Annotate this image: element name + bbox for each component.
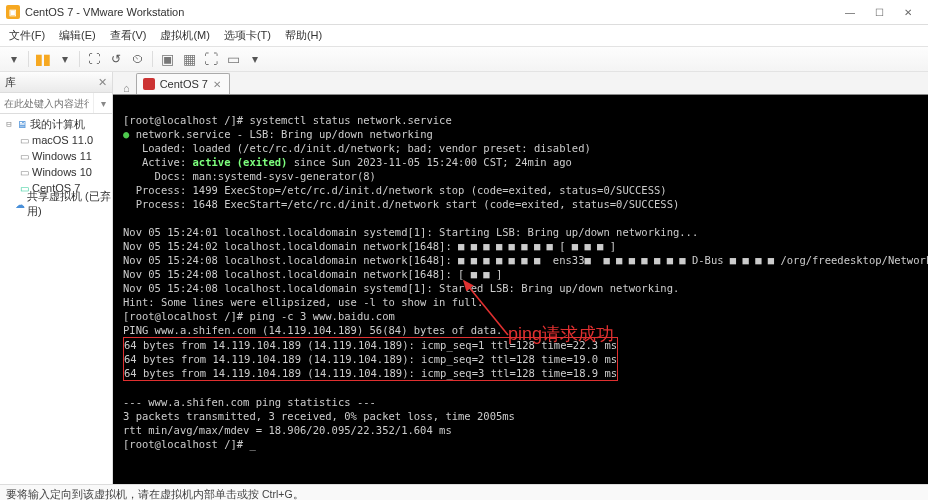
term-line: network.service - LSB: Bring up/down net…: [136, 128, 433, 140]
menu-view[interactable]: 查看(V): [103, 25, 154, 46]
status-text: 要将输入定向到该虚拟机，请在虚拟机内部单击或按 Ctrl+G。: [6, 488, 304, 500]
ping-line-1: 64 bytes from 14.119.104.189 (14.119.104…: [124, 339, 617, 351]
search-dropdown-icon[interactable]: ▾: [93, 93, 112, 113]
minimize-button[interactable]: —: [836, 3, 864, 21]
computer-icon: 🖥: [16, 118, 28, 130]
term-line: Loaded: loaded (/etc/rc.d/init.d/network…: [123, 142, 591, 154]
tree-item-label: Windows 11: [32, 150, 92, 162]
term-line: Nov 05 15:24:02 localhost.localdomain ne…: [123, 240, 616, 252]
tree-shared-label: 共享虚拟机 (已弃用): [27, 189, 112, 219]
vmware-logo-icon: ▣: [6, 5, 20, 19]
sidebar-header: 库 ✕: [0, 72, 112, 93]
body: 库 ✕ ▾ ⊟ 🖥 我的计算机 ▭ macOS 11.0 ▭ Windows 1…: [0, 72, 928, 484]
term-line: Nov 05 15:24:08 localhost.localdomain sy…: [123, 282, 679, 294]
snapshot-icon[interactable]: ⛶: [86, 51, 102, 67]
tab-centos7[interactable]: CentOS 7 ✕: [136, 73, 230, 94]
menu-tabs[interactable]: 选项卡(T): [217, 25, 278, 46]
term-line: since Sun 2023-11-05 15:24:00 CST; 24min…: [287, 156, 571, 168]
term-line: Docs: man:systemd-sysv-generator(8): [123, 170, 376, 182]
tree-item-label: macOS 11.0: [32, 134, 93, 146]
main-area: ⌂ CentOS 7 ✕ [root@localhost /]# systemc…: [113, 72, 928, 484]
ping-line-3: 64 bytes from 14.119.104.189 (14.119.104…: [124, 367, 617, 379]
tree-root[interactable]: ⊟ 🖥 我的计算机: [0, 116, 112, 132]
console-icon[interactable]: ▭: [225, 51, 241, 67]
manage-icon[interactable]: ⏲: [130, 51, 146, 67]
menu-vm[interactable]: 虚拟机(M): [153, 25, 217, 46]
separator: [152, 51, 153, 67]
term-line: Active:: [123, 156, 193, 168]
home-tab[interactable]: ⌂: [117, 82, 136, 94]
term-line: PING www.a.shifen.com (14.119.104.189) 5…: [123, 324, 502, 336]
ping-highlight-box: 64 bytes from 14.119.104.189 (14.119.104…: [123, 337, 618, 381]
unity-icon[interactable]: ▣: [159, 51, 175, 67]
menu-bar: 文件(F) 编辑(E) 查看(V) 虚拟机(M) 选项卡(T) 帮助(H): [0, 25, 928, 46]
fullscreen-icon[interactable]: ⛶: [203, 51, 219, 67]
window-controls: — ☐ ✕: [836, 3, 922, 21]
dropdown-arrow-icon[interactable]: ▾: [57, 51, 73, 67]
tab-label: CentOS 7: [160, 78, 208, 90]
menu-edit[interactable]: 编辑(E): [52, 25, 103, 46]
tab-bar: ⌂ CentOS 7 ✕: [113, 72, 928, 95]
term-line: Process: 1648 ExecStart=/etc/rc.d/init.d…: [123, 198, 679, 210]
tool-bar: ▾ ▮▮ ▾ ⛶ ↺ ⏲ ▣ ▦ ⛶ ▭ ▾: [0, 46, 928, 72]
tree-root-label: 我的计算机: [30, 117, 85, 132]
vm-off-icon: ▭: [18, 134, 30, 146]
status-active: active (exited): [193, 156, 288, 168]
term-line: rtt min/avg/max/mdev = 18.906/20.095/22.…: [123, 424, 452, 436]
bullet-icon: ●: [123, 128, 136, 140]
revert-icon[interactable]: ↺: [108, 51, 124, 67]
term-line: Nov 05 15:24:01 localhost.localdomain sy…: [123, 226, 698, 238]
separator: [28, 51, 29, 67]
term-line: Nov 05 15:24:08 localhost.localdomain ne…: [123, 254, 928, 266]
term-line: [root@localhost /]# _: [123, 438, 256, 450]
menu-help[interactable]: 帮助(H): [278, 25, 329, 46]
status-bar: 要将输入定向到该虚拟机，请在虚拟机内部单击或按 Ctrl+G。: [0, 484, 928, 500]
title-bar: ▣ CentOS 7 - VMware Workstation — ☐ ✕: [0, 0, 928, 25]
window-title: CentOS 7 - VMware Workstation: [25, 6, 184, 18]
search-input[interactable]: [0, 93, 93, 113]
separator: [79, 51, 80, 67]
collapse-icon[interactable]: ⊟: [4, 119, 14, 129]
term-line: [root@localhost /]# ping -c 3 www.baidu.…: [123, 310, 395, 322]
thumbnail-icon[interactable]: ▦: [181, 51, 197, 67]
vm-tab-icon: [143, 78, 155, 90]
menu-file[interactable]: 文件(F): [2, 25, 52, 46]
close-button[interactable]: ✕: [894, 3, 922, 21]
tab-close-icon[interactable]: ✕: [213, 79, 221, 90]
tree-item-macos[interactable]: ▭ macOS 11.0: [0, 132, 112, 148]
term-line: --- www.a.shifen.com ping statistics ---: [123, 396, 376, 408]
shared-icon: ☁: [15, 198, 25, 210]
ping-line-2: 64 bytes from 14.119.104.189 (14.119.104…: [124, 353, 617, 365]
term-line: [root@localhost /]# systemctl status net…: [123, 114, 452, 126]
tree-item-win11[interactable]: ▭ Windows 11: [0, 148, 112, 164]
sidebar-search: ▾: [0, 93, 112, 114]
vm-tree: ⊟ 🖥 我的计算机 ▭ macOS 11.0 ▭ Windows 11 ▭ Wi…: [0, 114, 112, 484]
tree-item-label: Windows 10: [32, 166, 92, 178]
vm-off-icon: ▭: [18, 166, 30, 178]
tree-item-win10[interactable]: ▭ Windows 10: [0, 164, 112, 180]
tree-shared[interactable]: ☁ 共享虚拟机 (已弃用): [0, 196, 112, 212]
sidebar-close-icon[interactable]: ✕: [98, 76, 107, 89]
term-line: Process: 1499 ExecStop=/etc/rc.d/init.d/…: [123, 184, 667, 196]
maximize-button[interactable]: ☐: [865, 3, 893, 21]
pause-button[interactable]: ▮▮: [35, 51, 51, 67]
dropdown-arrow-icon[interactable]: ▾: [6, 51, 22, 67]
term-line: Hint: Some lines were ellipsized, use -l…: [123, 296, 483, 308]
dropdown-arrow-icon[interactable]: ▾: [247, 51, 263, 67]
term-line: 3 packets transmitted, 3 received, 0% pa…: [123, 410, 515, 422]
vm-off-icon: ▭: [18, 150, 30, 162]
term-line: Nov 05 15:24:08 localhost.localdomain ne…: [123, 268, 502, 280]
sidebar-title: 库: [5, 75, 16, 90]
terminal[interactable]: [root@localhost /]# systemctl status net…: [113, 95, 928, 484]
sidebar: 库 ✕ ▾ ⊟ 🖥 我的计算机 ▭ macOS 11.0 ▭ Windows 1…: [0, 72, 113, 484]
